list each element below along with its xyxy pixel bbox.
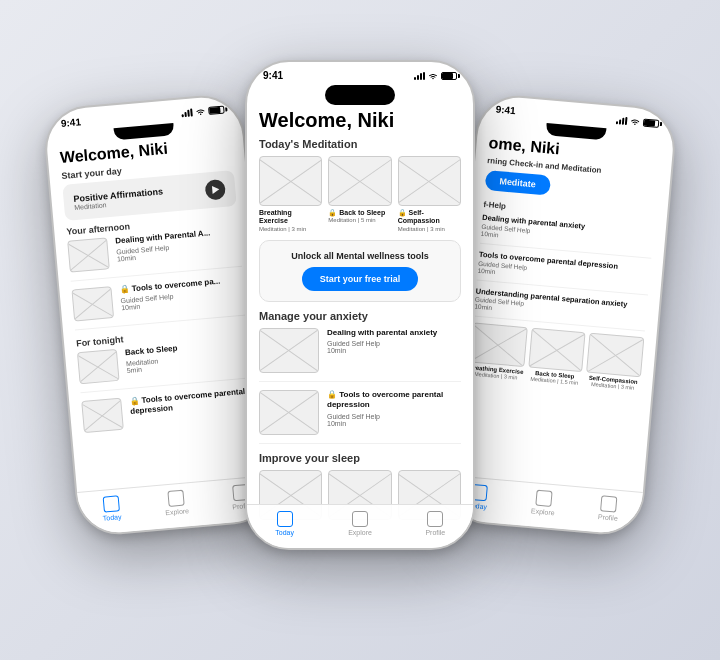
bottom-card-img-3 (586, 333, 644, 378)
tab-profile-center[interactable]: Profile (398, 511, 473, 536)
anxiety-img-1 (259, 328, 319, 373)
anxiety-item-1: Dealing with parental anxiety Guided Sel… (259, 328, 461, 382)
med-card-sub-3: Meditation | 3 min (398, 226, 461, 232)
self-help-info-1: Dealing with parental anxiety Guided Sel… (481, 213, 586, 246)
phones-container: 9:41 Welcome, Niki Start your day (0, 0, 720, 660)
tab-explore-center[interactable]: Explore (322, 511, 397, 536)
bottom-cards-right: Breathing Exercise Meditation | 3 min Ba… (468, 323, 644, 392)
afternoon-item-2: 🔒 Tools to overcome pa... Guided Self He… (71, 275, 246, 331)
improve-sleep-label: Improve your sleep (259, 452, 461, 464)
med-card-title-1: Breathing Exercise (259, 209, 322, 226)
med-card-2[interactable]: 🔒 Back to Sleep Meditation | 5 min (328, 156, 391, 232)
dynamic-island (325, 85, 395, 105)
tab-explore-left[interactable]: Explore (143, 487, 210, 518)
battery-center (441, 72, 457, 80)
meditate-button[interactable]: Meditate (485, 170, 551, 196)
time-right: 9:41 (495, 104, 516, 117)
anxiety-title-2: 🔒 Tools to overcome parental depression (327, 390, 461, 411)
med-card-sub-1: Meditation | 3 min (259, 226, 322, 232)
phone-center: 9:41 Welcome, Niki Today's Meditation (245, 60, 475, 550)
bottom-card-2[interactable]: Back to Sleep Meditation | 1.5 min (527, 328, 586, 387)
signal-left (181, 108, 193, 117)
tab-icon-profile-right (600, 495, 617, 512)
anxiety-dur-2: 10min (327, 420, 461, 427)
tonight-info-1: Back to Sleep Meditation 5min (125, 344, 180, 375)
med-card-3[interactable]: 🔒 Self-Compassion Meditation | 3 min (398, 156, 461, 232)
content-right: ome, Niki rning Check-in and Meditation … (456, 133, 672, 392)
tab-today-center[interactable]: Today (247, 511, 322, 536)
afternoon-img-1 (67, 237, 110, 272)
wifi-icon-left (195, 107, 206, 116)
bottom-card-3[interactable]: Self-Compassion Meditation | 3 min (585, 333, 644, 392)
med-card-1[interactable]: Breathing Exercise Meditation | 3 min (259, 156, 322, 232)
afternoon-img-2 (71, 286, 114, 321)
med-card-title-2: 🔒 Back to Sleep (328, 209, 391, 217)
afternoon-info-2: 🔒 Tools to overcome pa... Guided Self He… (119, 277, 222, 312)
med-card-sub-2: Meditation | 5 min (328, 217, 391, 223)
todays-meditation-label: Today's Meditation (259, 138, 461, 150)
tab-label-explore-right: Explore (531, 507, 555, 516)
status-icons-right (616, 116, 660, 128)
unlock-text: Unlock all Mental wellness tools (270, 251, 450, 261)
tonight-img-2 (81, 398, 124, 433)
anxiety-sub-1: Guided Self Help (327, 340, 437, 347)
wifi-icon-center (428, 72, 438, 80)
tab-profile-right[interactable]: Profile (575, 493, 642, 524)
content-center: Welcome, Niki Today's Meditation Breathi… (247, 109, 473, 531)
phone-right: 9:41 ome, Niki rning Check-in and Medita… (442, 92, 679, 538)
unlock-section: Unlock all Mental wellness tools Start y… (259, 240, 461, 302)
tonight-title-2: 🔒 Tools to overcome parental depression (129, 386, 254, 418)
tab-bar-center: Today Explore Profile (247, 504, 473, 548)
afternoon-info-1: Dealing with Parental A... Guided Self H… (115, 228, 212, 263)
tonight-img-1 (77, 349, 120, 384)
wifi-icon-right (630, 117, 641, 126)
status-icons-left (181, 105, 225, 117)
bottom-card-img-2 (528, 328, 586, 373)
tab-explore-right[interactable]: Explore (510, 487, 577, 518)
med-card-title-3: 🔒 Self-Compassion (398, 209, 461, 226)
play-triangle (212, 185, 220, 194)
anxiety-sub-2: Guided Self Help (327, 413, 461, 420)
play-button[interactable] (204, 179, 226, 201)
med-card-img-3 (398, 156, 461, 206)
med-card-img-2 (328, 156, 391, 206)
anxiety-dur-1: 10min (327, 347, 437, 354)
tab-label-explore-left: Explore (165, 507, 189, 516)
tonight-info-2: 🔒 Tools to overcome parental depression (129, 386, 255, 420)
time-center: 9:41 (263, 70, 283, 81)
meditation-cards-row: Breathing Exercise Meditation | 3 min 🔒 … (259, 156, 461, 232)
tab-label-profile-center: Profile (425, 529, 445, 536)
welcome-center: Welcome, Niki (259, 109, 461, 132)
battery-left (208, 105, 225, 114)
tab-label-today-left: Today (103, 513, 122, 522)
anxiety-img-2 (259, 390, 319, 435)
tab-label-profile-right: Profile (598, 513, 618, 522)
anxiety-info-1: Dealing with parental anxiety Guided Sel… (327, 328, 437, 354)
status-bar-center: 9:41 (247, 62, 473, 85)
tab-icon-today-left (102, 495, 119, 512)
tab-icon-explore-left (167, 490, 184, 507)
self-help-info-2: Tools to overcome parental depression Gu… (477, 249, 618, 285)
anxiety-item-2: 🔒 Tools to overcome parental depression … (259, 390, 461, 444)
affirmation-info: Positive Affirmations Meditation (73, 186, 164, 211)
anxiety-title-1: Dealing with parental anxiety (327, 328, 437, 338)
status-icons-center (414, 72, 457, 80)
tab-icon-explore-right (535, 490, 552, 507)
anxiety-info-2: 🔒 Tools to overcome parental depression … (327, 390, 461, 427)
time-left: 9:41 (60, 116, 81, 129)
battery-right (643, 118, 660, 127)
med-card-img-1 (259, 156, 322, 206)
manage-anxiety-label: Manage your anxiety (259, 310, 461, 322)
signal-center (414, 72, 425, 80)
bottom-card-img-1 (470, 323, 528, 368)
tab-today-left[interactable]: Today (78, 493, 145, 524)
phone-left: 9:41 Welcome, Niki Start your day (42, 92, 279, 538)
signal-right (616, 116, 628, 125)
trial-button[interactable]: Start your free trial (302, 267, 419, 291)
bottom-card-1[interactable]: Breathing Exercise Meditation | 3 min (468, 323, 527, 382)
tab-icon-profile-center (427, 511, 443, 527)
content-left: Welcome, Niki Start your day Positive Af… (47, 133, 268, 442)
tab-label-explore-center: Explore (348, 529, 372, 536)
self-help-info-3: Understanding parental separation anxiet… (474, 286, 628, 323)
tab-icon-explore-center (352, 511, 368, 527)
